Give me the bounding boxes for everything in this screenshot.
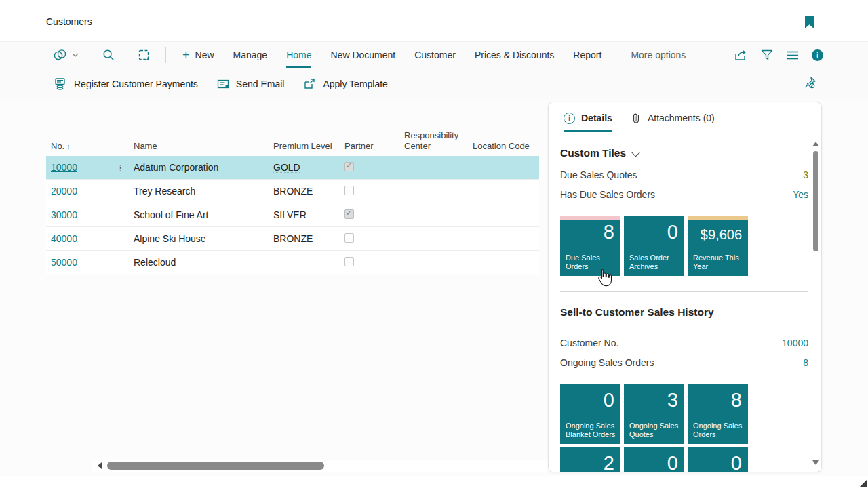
ribbon-menu-item-customer[interactable]: Customer [414,43,456,68]
paperclip-icon [631,112,642,124]
horizontal-scrollbar-thumb[interactable] [107,462,324,470]
table-row[interactable]: 40000 ⋮ Alpine Ski House BRONZE [46,227,539,251]
field-label: Customer No. [560,338,618,348]
fact-field-row: Ongoing Sales Orders 8 [560,352,808,372]
section-divider [560,291,808,292]
unpin-button[interactable] [803,75,818,90]
cue-tile[interactable]: 0 Ongoing Sales Blanket Orders [560,384,620,444]
custom-tiles-cues: 8 Due Sales Orders 0 Sales Order Archive… [560,216,808,276]
field-value-link[interactable]: 3 [803,169,808,180]
partner-checkbox[interactable] [344,186,354,195]
cue-tile-indicator [624,384,684,388]
cue-tile-value: 0 [667,222,678,242]
scroll-left-arrow[interactable] [98,462,102,469]
ribbon-menu-item-prices-discounts[interactable]: Prices & Discounts [475,43,554,68]
premium-level-value: GOLD [273,162,300,173]
partner-checkbox[interactable] [344,233,354,243]
details-pane: Details Attachments (0) Custom Tiles Due… [548,102,822,472]
ribbon-menu-item-manage[interactable]: Manage [233,43,268,68]
send-email-button[interactable]: Send Email [217,79,285,89]
cue-tile-value: 8 [604,222,614,242]
scroll-up-arrow[interactable] [812,142,819,146]
cue-tile[interactable]: 8 Ongoing Sales Orders [688,384,748,444]
cue-tile-partial[interactable]: 0 [688,447,748,472]
views-icon [53,49,68,62]
customer-name: Adatum Corporation [128,162,268,173]
tab-details[interactable]: Details [564,102,612,134]
search-icon [102,49,115,61]
ribbon-divider [165,47,166,63]
fact-field-row: Due Sales Quotes 3 [560,165,808,184]
partner-checkbox[interactable] [344,209,354,219]
scroll-down-arrow[interactable] [812,460,819,465]
customer-no-link[interactable]: 50000 [51,257,77,268]
field-value-link[interactable]: Yes [793,189,808,200]
cue-tile-value: 0 [731,453,742,472]
column-header-premium-level[interactable]: Premium Level [268,141,339,152]
page-title: Customers [46,16,92,27]
section-header-custom-tiles[interactable]: Custom Tiles [560,146,808,161]
analyze-button[interactable] [138,49,151,62]
cue-tile-value: 2 [604,453,614,472]
partner-checkbox[interactable] [344,162,354,171]
share-button[interactable] [734,49,748,62]
ribbon-menu-item-new-document[interactable]: New Document [330,43,395,68]
customer-no-link[interactable]: 10000 [51,162,77,173]
column-header-name[interactable]: Name [128,141,268,152]
premium-level-value: SILVER [273,209,307,220]
info-icon[interactable] [812,49,823,61]
more-options-button[interactable]: More options [631,43,686,68]
cue-tile[interactable]: 3 Ongoing Sales Quotes [624,384,684,444]
cue-tile[interactable]: 8 Due Sales Orders [560,216,620,276]
horizontal-scrollbar[interactable] [92,460,585,472]
pin-icon [803,75,818,90]
ribbon-row-main: + New Manage Home New Document Customer … [0,42,868,68]
details-pane-content: Custom Tiles Due Sales Quotes 3 Has Due … [549,146,821,472]
cue-tile-indicator [560,216,620,220]
column-header-location-code[interactable]: Location Code [467,141,539,152]
cue-tile[interactable]: $9,606 Revenue This Year [688,216,748,276]
filter-button[interactable] [761,49,773,61]
ribbon-menu-item-new[interactable]: + New [182,43,214,68]
table-row[interactable]: 30000 ⋮ School of Fine Art SILVER [46,203,539,227]
row-ellipsis-menu[interactable]: ⋮ [116,163,125,173]
field-label: Ongoing Sales Orders [560,357,654,368]
ribbon-menu-item-report[interactable]: Report [573,43,601,68]
table-row[interactable]: 50000 ⋮ Relecloud [46,251,539,274]
cue-tile-label: Ongoing Sales Blanket Orders [566,422,618,439]
apply-template-button[interactable]: Apply Template [303,77,387,90]
search-button[interactable] [102,49,115,61]
column-header-no[interactable]: No.↑ [46,141,111,152]
cue-tile-label: Revenue This Year [693,253,746,271]
send-email-icon [217,79,230,89]
field-value-link[interactable]: 8 [803,357,808,368]
sales-history-fields: Customer No. 10000 Ongoing Sales Orders … [560,333,808,372]
customer-no-link[interactable]: 20000 [51,186,77,197]
cue-tile-partial[interactable]: 0 [624,447,684,472]
table-row[interactable]: 20000 ⋮ Trey Research BRONZE [46,180,539,203]
cue-tile-indicator [624,447,684,451]
register-payments-icon [54,77,68,91]
section-header-sales-history[interactable]: Sell-to Customer Sales History [560,305,808,320]
views-button[interactable] [53,49,79,62]
vertical-scrollbar-thumb[interactable] [813,151,818,251]
analyze-icon [138,49,151,62]
column-header-partner[interactable]: Partner [339,141,399,152]
field-value-link[interactable]: 10000 [782,338,808,348]
register-customer-payments-button[interactable]: Register Customer Payments [54,77,198,91]
table-row[interactable]: 10000 ⋮ Adatum Corporation GOLD [46,156,539,180]
partner-checkbox[interactable] [344,257,354,266]
customer-no-link[interactable]: 30000 [51,209,77,220]
cue-tile-label: Sales Order Archives [629,253,682,271]
column-header-responsibility-center[interactable]: Responsibility Center [399,130,467,152]
cue-tile-value: 0 [667,453,678,472]
cue-tile-partial[interactable]: 2 [560,447,620,472]
bookmark-icon[interactable] [805,16,814,28]
cue-tile[interactable]: 0 Sales Order Archives [624,216,684,276]
cue-tile-value: 3 [667,390,678,410]
list-layout-button[interactable] [786,50,799,60]
app-window: Customers [0,0,868,488]
ribbon-menu-item-home[interactable]: Home [286,43,311,68]
customer-no-link[interactable]: 40000 [51,233,77,244]
tab-attachments[interactable]: Attachments (0) [631,102,715,134]
